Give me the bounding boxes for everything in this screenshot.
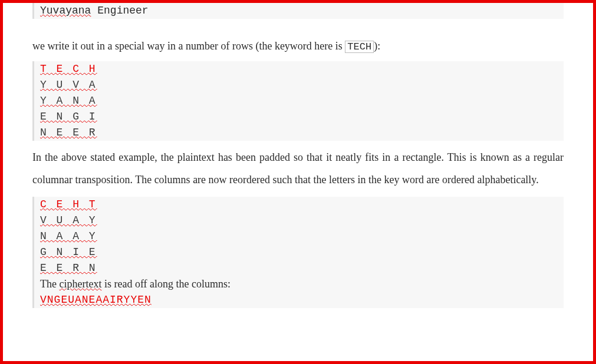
code-block-table-reordered: C E H TV U A YN A A YG N I EE E R NThe c… [32,197,564,308]
plaintext-word-suffix: Engineer [91,5,148,16]
table-row: Y A N A [40,93,558,109]
keyword-box: TECH [345,41,374,53]
table-row: T E C H [40,61,558,77]
cipher-output: VNGEUANEAAIRYYEN [40,292,558,308]
table-row: N A A Y [40,229,558,244]
cipher-label: The ciphertext is read off along the col… [40,276,558,292]
table-row: Y U V A [40,77,558,93]
cipher-label-before: The [40,278,59,290]
cipher-label-wavy: ciphertext [59,278,101,290]
code-block-table-original: T E C HY U V AY A N AE N G IN E E R [32,61,564,141]
cipher-label-after: is read off along the columns: [101,278,231,290]
table-row: V U A Y [40,213,558,229]
table-row: E E R N [40,260,558,276]
table-row: E N G I [40,109,558,125]
explanation-paragraph: In the above stated example, the plainte… [32,147,564,191]
document-content: Yuvayana Engineer we write it out in a s… [3,3,593,308]
table-row: G N I E [40,244,558,260]
code-block-plaintext: Yuvayana Engineer [32,3,564,19]
intro-paragraph: we write it out in a special way in a nu… [32,35,564,58]
document-frame: Yuvayana Engineer we write it out in a s… [0,0,596,364]
intro-text-after: ): [374,40,380,52]
table-row: C E H T [40,197,558,213]
plaintext-line: Yuvayana Engineer [40,3,558,19]
plaintext-word-wavy: Yuvayana [40,5,91,16]
table-row: N E E R [40,125,558,141]
intro-text-before: we write it out in a special way in a nu… [32,40,345,52]
